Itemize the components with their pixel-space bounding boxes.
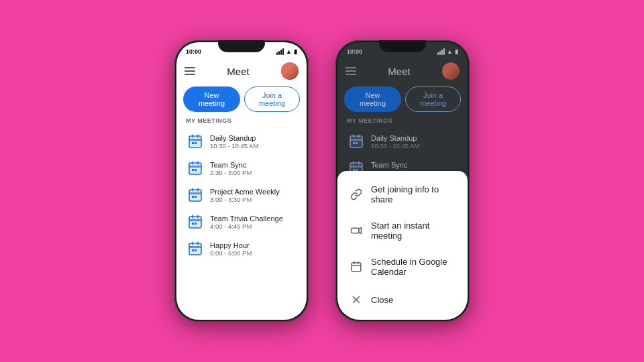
status-icons-left: ▲ ▮ bbox=[276, 48, 297, 55]
calendar-icon bbox=[186, 186, 205, 204]
close-icon bbox=[350, 293, 363, 306]
svg-rect-30 bbox=[189, 246, 201, 248]
calendar-menu-icon bbox=[350, 260, 363, 274]
svg-rect-13 bbox=[195, 169, 197, 171]
svg-rect-20 bbox=[195, 196, 197, 198]
battery-icon: ▮ bbox=[294, 48, 297, 55]
context-menu-item[interactable]: Schedule in Google Calendar bbox=[337, 249, 468, 285]
context-menu-item[interactable]: Get joining info to share bbox=[337, 176, 468, 213]
meeting-name: Project Acme Weekly bbox=[210, 188, 280, 196]
list-item[interactable]: Team Trivia Challenge 4:00 - 4:45 PM bbox=[180, 208, 303, 235]
status-time-left: 10:00 bbox=[186, 48, 201, 55]
calendar-icon bbox=[186, 132, 205, 151]
meeting-list-left: Daily Standup 10:30 - 10:45 AM Team Sync… bbox=[176, 128, 307, 320]
meeting-name: Happy Hour bbox=[210, 241, 252, 249]
list-item[interactable]: Project Acme Weekly 3:00 - 3:30 PM bbox=[180, 182, 303, 208]
join-meeting-button-left[interactable]: Join a meeting bbox=[244, 86, 300, 112]
meeting-time: 2:30 - 3:00 PM bbox=[210, 169, 252, 176]
avatar-left[interactable] bbox=[281, 62, 299, 80]
svg-rect-12 bbox=[192, 169, 194, 171]
meeting-time: 3:00 - 3:30 PM bbox=[210, 196, 280, 203]
svg-rect-21 bbox=[189, 217, 201, 228]
section-label-left: MY MEETINGS bbox=[176, 117, 307, 128]
hamburger-menu-left[interactable] bbox=[184, 67, 195, 75]
context-menu-item[interactable]: Close bbox=[337, 285, 468, 314]
meeting-info: Team Sync 2:30 - 3:00 PM bbox=[210, 161, 252, 176]
avatar-image-left bbox=[281, 62, 299, 80]
phone-left-screen: 10:00 ▲ ▮ Meet New m bbox=[176, 42, 307, 320]
svg-rect-5 bbox=[192, 142, 194, 144]
video-icon bbox=[350, 224, 363, 237]
svg-rect-6 bbox=[195, 142, 197, 144]
svg-marker-64 bbox=[359, 228, 362, 234]
meeting-name: Team Sync bbox=[210, 161, 252, 169]
context-menu: Get joining info to share Start an insta… bbox=[337, 171, 468, 320]
svg-rect-28 bbox=[189, 243, 201, 255]
phone-left: 10:00 ▲ ▮ Meet New m bbox=[174, 40, 309, 322]
meeting-time: 5:00 - 6:00 PM bbox=[210, 249, 252, 257]
meeting-time: 10:30 - 10:45 AM bbox=[210, 142, 258, 149]
phone-right-screen: 10:00 ▲ ▮ Meet New m bbox=[337, 42, 468, 320]
svg-rect-34 bbox=[195, 249, 197, 251]
wifi-icon: ▲ bbox=[286, 48, 292, 55]
meeting-info: Project Acme Weekly 3:00 - 3:30 PM bbox=[210, 188, 280, 203]
app-title-left: Meet bbox=[227, 66, 249, 77]
context-menu-item[interactable]: Start an instant meeting bbox=[337, 213, 468, 249]
meeting-info: Daily Standup 10:30 - 10:45 AM bbox=[210, 134, 258, 149]
svg-rect-16 bbox=[189, 192, 201, 194]
svg-rect-9 bbox=[189, 166, 201, 168]
svg-rect-63 bbox=[352, 228, 359, 233]
svg-rect-65 bbox=[352, 263, 361, 272]
menu-label: Schedule in Google Calendar bbox=[371, 257, 455, 277]
svg-rect-0 bbox=[189, 136, 201, 147]
new-meeting-button-left[interactable]: New meeting bbox=[183, 86, 240, 112]
calendar-icon bbox=[186, 213, 205, 231]
svg-rect-27 bbox=[195, 223, 197, 225]
signal-icon bbox=[276, 48, 284, 55]
svg-rect-33 bbox=[192, 249, 194, 251]
phone-right: 10:00 ▲ ▮ Meet New m bbox=[335, 40, 470, 322]
notch-left bbox=[218, 40, 265, 52]
meeting-name: Daily Standup bbox=[210, 134, 258, 142]
menu-label: Start an instant meeting bbox=[371, 221, 455, 241]
menu-label: Close bbox=[371, 295, 393, 305]
calendar-icon bbox=[186, 159, 205, 178]
calendar-icon bbox=[186, 239, 205, 258]
svg-rect-19 bbox=[192, 196, 194, 198]
list-item[interactable]: Happy Hour 5:00 - 6:00 PM bbox=[180, 235, 303, 262]
link-icon bbox=[350, 188, 363, 201]
list-item[interactable]: Team Sync 2:30 - 3:00 PM bbox=[180, 155, 303, 182]
meeting-info: Team Trivia Challenge 4:00 - 4:45 PM bbox=[210, 215, 283, 230]
meeting-time: 4:00 - 4:45 PM bbox=[210, 223, 283, 230]
svg-rect-26 bbox=[192, 223, 194, 225]
svg-rect-7 bbox=[189, 163, 201, 174]
meeting-name: Team Trivia Challenge bbox=[210, 215, 283, 223]
svg-rect-23 bbox=[189, 219, 201, 221]
list-item[interactable]: Daily Standup 10:30 - 10:45 AM bbox=[180, 128, 303, 155]
menu-label: Get joining info to share bbox=[371, 184, 455, 204]
meeting-buttons-left: New meeting Join a meeting bbox=[176, 84, 307, 117]
app-header-left: Meet bbox=[176, 58, 307, 84]
svg-rect-2 bbox=[189, 139, 201, 141]
svg-rect-14 bbox=[189, 190, 201, 201]
meeting-info: Happy Hour 5:00 - 6:00 PM bbox=[210, 241, 252, 257]
